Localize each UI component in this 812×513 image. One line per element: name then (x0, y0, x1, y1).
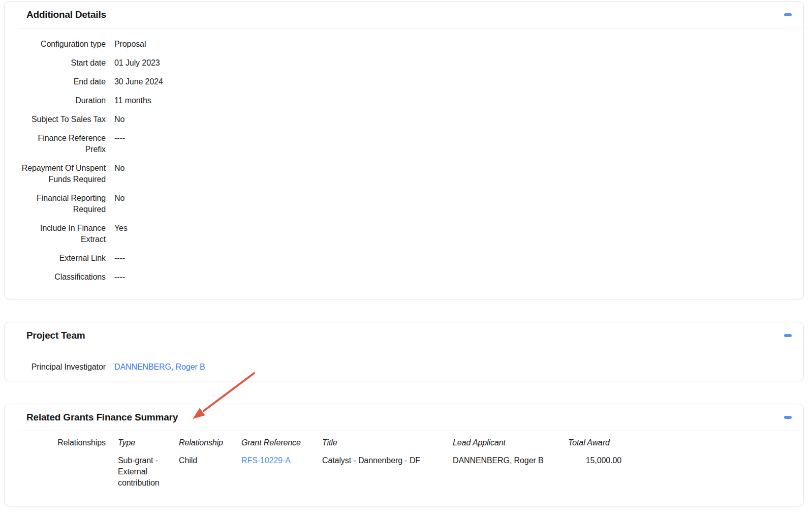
cell-type: Sub-grant - External contribution (118, 455, 179, 489)
field-row: Subject To Sales Tax No (16, 114, 791, 125)
field-row: Finance Reference Prefix ---- (16, 133, 791, 155)
additional-details-body: Configuration type Proposal Start date 0… (5, 28, 803, 299)
field-value: ---- (114, 133, 791, 155)
field-label: Finance Reference Prefix (16, 133, 106, 155)
table-row: Sub-grant - External contribution Child … (118, 455, 791, 489)
column-header-title: Title (322, 437, 453, 448)
cell-total-award: 15,000.00 (568, 455, 621, 466)
panel-project-team: Project Team Principal Investigator DANN… (4, 322, 804, 381)
cell-relationship: Child (179, 455, 241, 466)
relationships-table: Type Relationship Grant Reference Title … (114, 437, 791, 489)
field-value: 11 months (114, 95, 791, 106)
field-row: Principal Investigator DANNENBERG, Roger… (16, 361, 791, 373)
field-label: End date (16, 76, 106, 87)
cell-title: Catalyst - Dannenberg - DF (322, 455, 453, 466)
relationships-row: Relationships Type Relationship Grant Re… (16, 437, 791, 489)
project-team-body: Principal Investigator DANNENBERG, Roger… (5, 349, 803, 381)
panel-header: Additional Details (5, 2, 803, 28)
field-value: No (114, 114, 791, 125)
field-value: No (114, 193, 791, 215)
field-value: Yes (114, 223, 791, 245)
field-label: Duration (16, 95, 106, 106)
field-label: Start date (16, 57, 106, 69)
field-value: DANNENBERG, Roger B (114, 361, 791, 373)
field-row: External Link ---- (16, 253, 791, 264)
field-row: Classifications ---- (16, 271, 791, 283)
field-value: Proposal (114, 39, 791, 50)
grant-reference-link[interactable]: RFS-10229-A (241, 456, 291, 465)
field-value: No (114, 163, 791, 185)
field-label: Financial Reporting Required (16, 193, 106, 215)
field-row: End date 30 June 2024 (16, 76, 791, 87)
principal-investigator-link[interactable]: DANNENBERG, Roger B (114, 363, 205, 371)
page-title-related-grants: Related Grants Finance Summary (26, 412, 178, 423)
field-label: Include In Finance Extract (16, 223, 106, 245)
minus-icon[interactable] (784, 334, 792, 337)
column-header-type: Type (118, 437, 179, 448)
field-label: Configuration type (16, 39, 106, 50)
field-value: 01 July 2023 (114, 57, 791, 69)
field-row: Include In Finance Extract Yes (16, 223, 791, 245)
field-row: Repayment Of Unspent Funds Required No (16, 163, 791, 185)
field-row: Configuration type Proposal (16, 39, 791, 50)
field-row: Start date 01 July 2023 (16, 57, 791, 69)
field-row: Duration 11 months (16, 95, 791, 106)
field-value: ---- (114, 253, 791, 264)
field-label: Principal Investigator (16, 361, 106, 373)
column-header-relationship: Relationship (179, 437, 241, 448)
panel-related-grants-finance-summary: Related Grants Finance Summary Relations… (4, 404, 804, 506)
column-header-grant-reference: Grant Reference (241, 437, 322, 448)
cell-grant-reference: RFS-10229-A (241, 455, 322, 466)
related-grants-body: Relationships Type Relationship Grant Re… (5, 431, 803, 506)
panel-header: Related Grants Finance Summary (5, 404, 803, 431)
column-header-lead-applicant: Lead Applicant (453, 437, 568, 448)
cell-lead-applicant: DANNENBERG, Roger B (453, 455, 568, 466)
field-label: External Link (16, 253, 106, 264)
minus-icon[interactable] (784, 13, 792, 16)
field-label: Subject To Sales Tax (16, 114, 106, 125)
page-title-project-team: Project Team (26, 330, 85, 341)
panel-header: Project Team (5, 322, 803, 349)
field-row: Financial Reporting Required No (16, 193, 791, 215)
field-value: 30 June 2024 (114, 76, 791, 87)
table-header-row: Type Relationship Grant Reference Title … (118, 437, 791, 448)
field-label: Repayment Of Unspent Funds Required (16, 163, 106, 185)
field-value: ---- (114, 271, 791, 283)
field-label: Classifications (16, 271, 106, 283)
panel-additional-details: Additional Details Configuration type Pr… (4, 1, 804, 299)
page-title-additional-details: Additional Details (26, 9, 106, 20)
column-header-total-award: Total Award (568, 437, 621, 448)
minus-icon[interactable] (784, 416, 792, 419)
page: Additional Details Configuration type Pr… (0, 0, 812, 513)
relationships-label: Relationships (16, 437, 106, 489)
